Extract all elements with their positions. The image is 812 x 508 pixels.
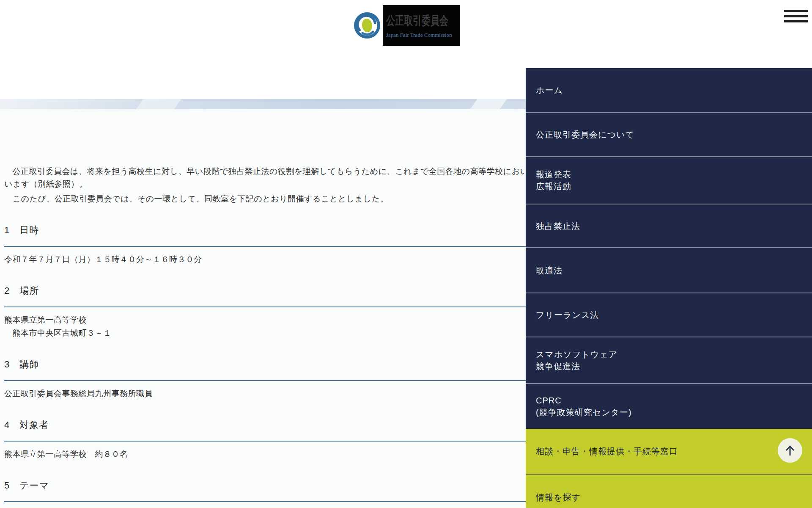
place-school-name: 熊本県立第一高等学校: [4, 313, 526, 326]
place-address: 熊本市中央区古城町３－１: [4, 326, 526, 340]
intro-paragraph-1-line-1: 公正取引委員会は、将来を担う高校生に対し、早い段階で独占禁止法の役割を理解しても…: [4, 165, 526, 178]
section-lecturer: 3 講師 公正取引委員会事務総局九州事務所職員: [4, 358, 526, 400]
section-heading-lecturer: 3 講師: [4, 358, 526, 381]
intro-paragraph-2: このたび、公正取引委員会では、その一環として、同教室を下記のとおり開催することと…: [4, 193, 526, 205]
nav-item-find-information[interactable]: 情報を探す: [526, 475, 812, 508]
wave-streak: [136, 99, 181, 109]
jftc-logo[interactable]: 公正取引委員会 Japan Fair Trade Commission: [351, 5, 460, 46]
hamburger-bar: [784, 10, 808, 12]
nav-item-cprc[interactable]: CPRC (競争政策研究センター): [526, 384, 812, 429]
audience-value: 熊本県立第一高等学校 約８０名: [4, 447, 526, 461]
intro-paragraph-1-line-2: います（別紙参照）。: [4, 178, 526, 190]
section-heading-datetime: 1 日時: [4, 224, 526, 247]
nav-item-antimonopoly-act[interactable]: 独占禁止法: [526, 204, 812, 248]
nav-item-label: 情報を探す: [536, 491, 812, 503]
nav-item-label: 相談・申告・情報提供・手続等窓口: [536, 445, 812, 457]
nav-item-smartphone-software-act[interactable]: スマホソフトウェア 競争促進法: [526, 337, 812, 384]
nav-item-label: CPRC: [536, 395, 812, 406]
jftc-emblem-icon: [351, 5, 383, 46]
nav-item-label: 報道発表: [536, 168, 812, 180]
nav-item-label: 独占禁止法: [536, 220, 812, 232]
section-heading-place: 2 場所: [4, 284, 526, 307]
nav-item-label: 公正取引委員会について: [536, 129, 812, 141]
wave-streak: [470, 99, 507, 109]
hamburger-menu-icon[interactable]: [784, 8, 808, 23]
section-place: 2 場所 熊本県立第一高等学校 熊本市中央区古城町３－１: [4, 284, 526, 340]
nav-item-consultation-report-window[interactable]: 相談・申告・情報提供・手続等窓口: [526, 429, 812, 475]
nav-item-label: フリーランス法: [536, 309, 812, 321]
nav-item-press-pr[interactable]: 報道発表 広報活動: [526, 157, 812, 204]
logo-text-block: 公正取引委員会 Japan Fair Trade Commission: [383, 5, 460, 46]
section-theme: 5 テーマ: [4, 479, 526, 502]
nav-item-label: 広報活動: [536, 180, 812, 192]
nav-item-label: スマホソフトウェア: [536, 348, 812, 360]
nav-item-label: (競争政策研究センター): [536, 406, 812, 418]
nav-drawer: ホーム 公正取引委員会について 報道発表 広報活動 独占禁止法 取適法 フリーラ…: [526, 68, 812, 508]
nav-item-home[interactable]: ホーム: [526, 68, 812, 113]
nav-item-subcontract-act[interactable]: 取適法: [526, 248, 812, 293]
intro-paragraphs: 公正取引委員会は、将来を担う高校生に対し、早い段階で独占禁止法の役割を理解しても…: [4, 109, 526, 205]
nav-item-about-jftc[interactable]: 公正取引委員会について: [526, 113, 812, 157]
scroll-to-top-button[interactable]: [778, 438, 802, 463]
section-heading-theme: 5 テーマ: [4, 479, 526, 502]
nav-item-label: 取適法: [536, 265, 812, 276]
up-arrow-icon: [782, 442, 798, 459]
logo-title-en: Japan Fair Trade Commission: [386, 32, 460, 39]
section-datetime: 1 日時 令和７年７月７日（月）１５時４０分～１６時３０分: [4, 224, 526, 266]
main-content: 公正取引委員会は、将来を担う高校生に対し、早い段階で独占禁止法の役割を理解しても…: [4, 109, 526, 502]
nav-item-freelance-act[interactable]: フリーランス法: [526, 293, 812, 337]
logo-title-jp: 公正取引委員会: [386, 13, 442, 29]
nav-item-label: ホーム: [536, 84, 812, 96]
hamburger-bar: [784, 15, 808, 17]
lecturer-value: 公正取引委員会事務総局九州事務所職員: [4, 387, 526, 400]
nav-item-label: 競争促進法: [536, 360, 812, 372]
datetime-value: 令和７年７月７日（月）１５時４０分～１６時３０分: [4, 253, 526, 266]
section-audience: 4 対象者 熊本県立第一高等学校 約８０名: [4, 419, 526, 461]
section-heading-audience: 4 対象者: [4, 419, 526, 442]
hamburger-bar: [784, 20, 808, 22]
